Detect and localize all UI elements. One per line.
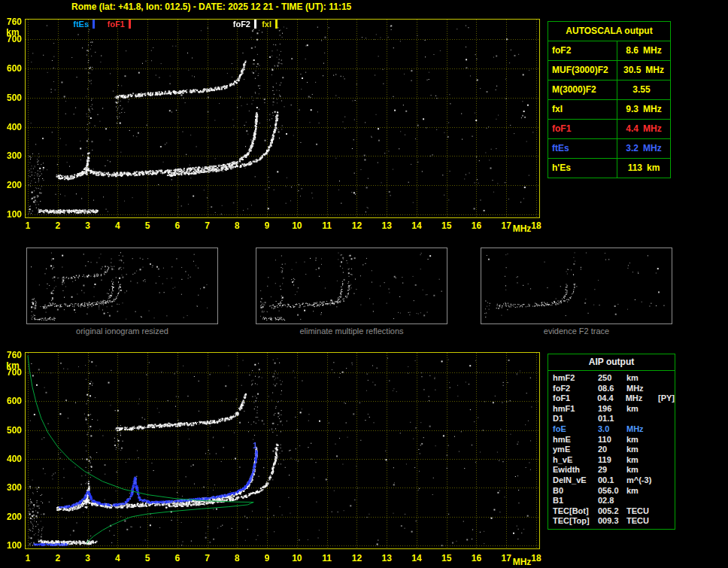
autoscala-value-number: 4.4 xyxy=(626,123,639,134)
aip-row-unit: km xyxy=(626,465,660,475)
aip-row-unit: TECU xyxy=(626,516,660,527)
bottom_plot-x-tick: 14 xyxy=(411,553,421,563)
aip-row-extra xyxy=(660,445,675,455)
bottom_plot-y-tick: 700 xyxy=(2,367,22,378)
autoscala-row-label: foF2 xyxy=(548,41,617,60)
autoscala-row-label: foF1 xyxy=(548,120,617,138)
aip-row-extra xyxy=(660,496,675,506)
aip-row-name: Ewidth xyxy=(553,465,598,475)
thumbnail-caption-original: original ionogram resized xyxy=(26,327,218,336)
aip-row-hmF2: hmF2250km xyxy=(548,373,675,384)
thumbnail-multiple-reflections xyxy=(256,248,447,324)
aip-row-extra: [PY] xyxy=(658,393,675,404)
thumbnail-caption-f2: evidence F2 trace xyxy=(481,327,672,336)
thumbnail-original-ionogram xyxy=(26,248,218,324)
aip-row-unit xyxy=(626,496,660,506)
aip-row-name: foF1 xyxy=(553,393,597,404)
aip-row-foF2: foF208.6MHz xyxy=(548,384,675,394)
autoscala-output-table: AUTOSCALA output foF28.6MHzMUF(3000)F230… xyxy=(548,21,671,178)
autoscala-row-label: M(3000)F2 xyxy=(548,80,617,99)
bottom_plot-y-tick: 760 xyxy=(2,350,22,360)
aip-row-hmF1: hmF1196km xyxy=(548,404,675,415)
top_plot-x-tick: 18 xyxy=(531,220,541,231)
aip-row-extra xyxy=(660,373,675,384)
bottom_plot-x-tick: 15 xyxy=(441,553,451,563)
aip-row-name: foE xyxy=(553,424,598,435)
top_plot-x-tick: 5 xyxy=(145,220,150,231)
aip-row-value: 08.6 xyxy=(598,384,626,394)
aip-row-Ewidth: Ewidth29km xyxy=(548,465,675,475)
bottom_plot-x-tick: 4 xyxy=(115,553,120,563)
autoscala-value-unit: MHz xyxy=(643,45,662,56)
autoscala-row-MUF(3000)F2: MUF(3000)F230.5MHz xyxy=(548,61,670,80)
top_plot-x-tick: 6 xyxy=(174,220,180,231)
autoscala-row-value: 3.55 xyxy=(617,80,670,99)
autoscala-value-unit: MHz xyxy=(643,123,662,134)
aip-row-DelN_vE: DelN_vE00.1m^(-3) xyxy=(548,475,675,486)
bottom-ionogram-canvas xyxy=(25,352,540,549)
top_plot-x-tick: 15 xyxy=(441,220,451,231)
autoscala-row-value: 30.5MHz xyxy=(617,61,670,80)
autoscala-row-value: 8.6MHz xyxy=(617,41,670,60)
aip-row-value: 196 xyxy=(598,404,626,415)
aip-row-extra xyxy=(660,465,675,475)
aip-row-unit: m^(-3) xyxy=(626,475,660,486)
aip-row-B1: B102.8 xyxy=(548,496,675,506)
autoscala-value-number: 9.3 xyxy=(626,104,639,114)
bottom-ionogram-plot: 1 xyxy=(25,352,540,549)
autoscala-value-number: 3.2 xyxy=(626,143,639,153)
aip-row-foE: foE3.0MHz xyxy=(548,424,675,435)
aip-row-value: 00.1 xyxy=(598,475,626,486)
station-date-time-title: Rome (lat: +41.8, lon: 012.5) - DATE: 20… xyxy=(71,2,351,12)
aip-row-unit: MHz xyxy=(626,393,658,404)
autoscala-table-title: AUTOSCALA output xyxy=(548,22,670,41)
bottom_plot-x-tick: 5 xyxy=(145,553,150,563)
autoscala-row-value: 3.2MHz xyxy=(617,139,670,158)
aip-row-name: hmF2 xyxy=(553,373,598,384)
foF2-marker-bar xyxy=(254,20,256,29)
autoscala-value-number: 3.55 xyxy=(632,84,650,95)
aip-row-unit: TECU xyxy=(626,506,660,517)
foF1-marker-label: foF1 xyxy=(108,20,125,29)
top_plot-x-tick: 9 xyxy=(265,220,270,231)
top_plot-x-tick: 3 xyxy=(85,220,90,231)
top_plot-x-tick: 13 xyxy=(381,220,391,231)
bottom_plot-x-tick: 11 xyxy=(322,553,332,563)
aip-row-value: 29 xyxy=(598,465,626,475)
top-x-axis-unit: MHz xyxy=(513,223,532,234)
top_plot-x-tick: 4 xyxy=(115,220,120,231)
aip-table-rows: hmF2250kmfoF208.6MHzfoF104.4MHz[PY]hmF11… xyxy=(548,373,675,527)
aip-row-value: 20 xyxy=(598,445,626,455)
foF2-marker-label: foF2 xyxy=(233,20,250,29)
top-ionogram-plot: ftEsfoF1foF2fxI xyxy=(25,19,540,218)
aip-row-value: 009.3 xyxy=(598,516,626,527)
bottom_plot-x-tick: 1 xyxy=(26,553,31,563)
fxI-marker-bar xyxy=(275,20,278,29)
autoscala-row-ftEs: ftEs3.2MHz xyxy=(548,139,670,159)
aip-row-B0: B0056.0km xyxy=(548,486,675,497)
top_plot-x-tick: 2 xyxy=(55,220,60,231)
top_plot-y-tick: 700 xyxy=(2,34,22,44)
autoscala-row-foF2: foF28.6MHz xyxy=(548,41,670,61)
aip-row-value: 110 xyxy=(598,435,626,445)
autoscala-row-label: MUF(3000)F2 xyxy=(548,61,617,80)
aip-row-unit: km xyxy=(626,404,660,415)
top_plot-y-tick: 200 xyxy=(2,180,22,190)
aip-row-ymE: ymE20km xyxy=(548,445,675,455)
top_plot-y-tick: 100 xyxy=(2,209,22,220)
thumbnail-f2-trace-canvas xyxy=(481,248,672,323)
aip-row-name: DelN_vE xyxy=(553,475,598,486)
top_plot-y-tick: 600 xyxy=(2,63,22,74)
autoscala-row-label: ftEs xyxy=(548,139,617,158)
autoscala-table-rows: foF28.6MHzMUF(3000)F230.5MHzM(3000)F23.5… xyxy=(548,41,670,178)
top_plot-y-tick: 760 xyxy=(2,17,22,27)
bottom_plot-y-tick: 100 xyxy=(2,540,22,551)
aip-output-table: AIP output hmF2250kmfoF208.6MHzfoF104.4M… xyxy=(548,354,675,530)
thumbnail-caption-reflections: eliminate multiple reflections xyxy=(256,327,447,336)
aip-row-D1: D101.1 xyxy=(548,414,675,424)
autoscala-row-h'Es: h'Es113km xyxy=(548,159,670,178)
bottom_plot-x-tick: 10 xyxy=(292,553,302,563)
autoscala-row-label: h'Es xyxy=(548,159,617,178)
autoscala-value-unit: MHz xyxy=(645,65,664,75)
aip-row-unit: km xyxy=(626,435,660,445)
